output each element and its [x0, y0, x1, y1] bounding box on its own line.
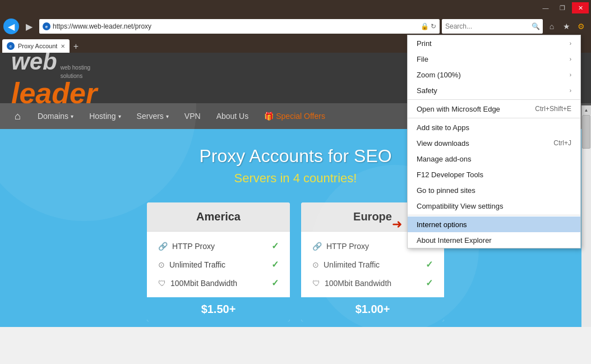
menu-downloads-shortcut: Ctrl+J [553, 139, 571, 147]
feature-left-traffic-1: ⊙ Unlimited Traffic [158, 260, 225, 269]
menu-devtools-label: F12 Developer Tools [417, 171, 483, 179]
nav-vpn-label: VPN [184, 112, 201, 121]
card-america-header: America [147, 202, 290, 232]
new-tab-button[interactable]: + [70, 40, 82, 53]
nav-hosting-label: Hosting [89, 112, 116, 121]
menu-zoom-arrow: › [570, 72, 571, 78]
feature-row-http-proxy-1: 🔗 HTTP Proxy ✓ [158, 241, 279, 251]
feature-label-http-proxy-1: HTTP Proxy [172, 242, 215, 251]
menu-addons-label: Manage add-ons [417, 155, 472, 163]
nav-item-servers[interactable]: Servers ▾ [129, 103, 177, 129]
menu-item-about-ie[interactable]: About Internet Explorer [408, 232, 580, 248]
address-icons: 🔒 ↻ [421, 22, 436, 30]
menu-item-edge[interactable]: Open with Microsoft Edge Ctrl+Shift+E [408, 101, 580, 117]
nav-hosting-arrow: ▾ [118, 113, 121, 119]
menu-safety-arrow: › [570, 87, 571, 94]
feature-label-bandwidth-2: 100Mbit Bandwidth [325, 279, 391, 288]
card-america-price[interactable]: $1.50+ [147, 297, 290, 321]
menu-item-downloads[interactable]: View downloads Ctrl+J [408, 135, 580, 151]
minimize-button[interactable]: — [537, 2, 554, 13]
feature-label-bandwidth-1: 100Mbit Bandwidth [170, 279, 237, 288]
active-tab[interactable]: e Proxy Account ✕ [2, 39, 70, 53]
price-america: $1.50+ [201, 303, 236, 315]
menu-zoom-label: Zoom (100%) [417, 71, 461, 79]
search-icons: 🔍 [532, 22, 540, 30]
scroll-up-button[interactable]: ▲ [581, 105, 591, 115]
menu-item-wrapper-inet: Internet options ➜ [408, 216, 580, 232]
nav-item-about[interactable]: About Us [209, 103, 257, 129]
menu-item-compat[interactable]: Compatibility View settings [408, 198, 580, 214]
restore-button[interactable]: ❐ [554, 2, 571, 13]
feature-left-bandwidth-2: 🛡 100Mbit Bandwidth [312, 279, 391, 288]
toolbar-icons: ⌂ ★ ⚙ [545, 20, 588, 33]
menu-item-zoom[interactable]: Zoom (100%) › [408, 67, 580, 82]
menu-item-devtools[interactable]: F12 Developer Tools [408, 167, 580, 182]
feature-row-traffic-2: ⊙ Unlimited Traffic ✓ [312, 259, 433, 270]
menu-item-add-site[interactable]: Add site to Apps [408, 119, 580, 135]
address-bar[interactable]: e https://www.web-leader.net/proxy 🔒 ↻ [39, 19, 440, 34]
tab-favicon: e [7, 42, 15, 50]
feature-label-http-proxy-2: HTTP Proxy [326, 242, 369, 251]
traffic-icon-1: ⊙ [158, 260, 165, 269]
bandwidth-icon-1: 🛡 [158, 279, 166, 288]
bandwidth-icon-2: 🛡 [312, 279, 320, 288]
settings-gear-icon[interactable]: ⚙ [574, 20, 588, 33]
menu-pinned-label: Go to pinned sites [417, 186, 475, 195]
check-bandwidth-1: ✓ [271, 278, 279, 288]
menu-print-label: Print [417, 39, 432, 48]
home-toolbar-icon[interactable]: ⌂ [545, 20, 558, 33]
feature-row-bandwidth-2: 🛡 100Mbit Bandwidth ✓ [312, 278, 433, 288]
title-bar: — ❐ ✕ [0, 0, 591, 16]
card-europe-region: Europe [353, 210, 392, 223]
menu-file-label: File [417, 55, 428, 63]
nav-home-button[interactable]: ⌂ [6, 110, 30, 122]
feature-row-bandwidth-1: 🛡 100Mbit Bandwidth ✓ [158, 278, 279, 288]
nav-item-special[interactable]: 🎁 Special Offers [256, 103, 333, 129]
menu-item-safety[interactable]: Safety › [408, 82, 580, 98]
menu-sep-2 [408, 118, 580, 118]
feature-label-traffic-1: Unlimited Traffic [169, 260, 225, 269]
menu-edge-shortcut: Ctrl+Shift+E [535, 105, 571, 113]
nav-domains-arrow: ▾ [71, 113, 73, 119]
menu-compat-label: Compatibility View settings [417, 202, 503, 210]
search-box[interactable]: 🔍 [442, 19, 543, 34]
menu-item-file[interactable]: File › [408, 51, 580, 67]
forward-button[interactable]: ▶ [21, 19, 37, 34]
nav-item-vpn[interactable]: VPN [177, 103, 209, 129]
menu-inet-options-label: Internet options [417, 220, 467, 229]
nav-bar: ◀ ▶ e https://www.web-leader.net/proxy 🔒… [0, 16, 591, 37]
search-input[interactable] [445, 22, 529, 30]
menu-file-arrow: › [570, 56, 571, 62]
card-america-region: America [196, 210, 241, 223]
menu-item-pinned[interactable]: Go to pinned sites [408, 182, 580, 198]
check-bandwidth-2: ✓ [426, 278, 433, 288]
feature-row-traffic-1: ⊙ Unlimited Traffic ✓ [158, 259, 279, 270]
search-glass-icon[interactable]: 🔍 [532, 22, 540, 30]
context-menu: Print › File › Zoom (100%) › Safety › Op… [407, 35, 581, 248]
menu-sep-3 [408, 215, 580, 215]
favorites-icon[interactable]: ★ [560, 20, 573, 33]
feature-left-traffic-2: ⊙ Unlimited Traffic [312, 260, 380, 269]
lock-icon: 🔒 [421, 22, 429, 30]
menu-print-arrow: › [570, 40, 571, 47]
gift-icon: 🎁 [264, 112, 274, 121]
tab-title: Proxy Account [18, 43, 57, 49]
url-text: https://www.web-leader.net/proxy [53, 22, 418, 30]
logo-area: web web hostingsolutions leader [11, 53, 97, 106]
nav-special-label: Special Offers [276, 112, 325, 121]
menu-sep-1 [408, 99, 580, 100]
close-button[interactable]: ✕ [572, 2, 589, 13]
menu-item-inet-options[interactable]: Internet options ➜ [408, 216, 580, 232]
card-europe-price[interactable]: $1.00+ [301, 297, 444, 321]
check-traffic-1: ✓ [271, 259, 279, 270]
tab-close-button[interactable]: ✕ [61, 43, 65, 49]
scroll-thumb[interactable] [582, 115, 590, 149]
menu-item-print[interactable]: Print › [408, 35, 580, 51]
refresh-icon[interactable]: ↻ [431, 22, 436, 30]
scrollbar[interactable]: ▲ ▼ [581, 105, 591, 327]
back-button[interactable]: ◀ [3, 19, 19, 34]
feature-left-2: 🔗 HTTP Proxy [312, 242, 369, 251]
menu-item-addons[interactable]: Manage add-ons [408, 151, 580, 167]
scroll-track[interactable] [581, 115, 591, 327]
menu-downloads-label: View downloads [417, 139, 469, 148]
